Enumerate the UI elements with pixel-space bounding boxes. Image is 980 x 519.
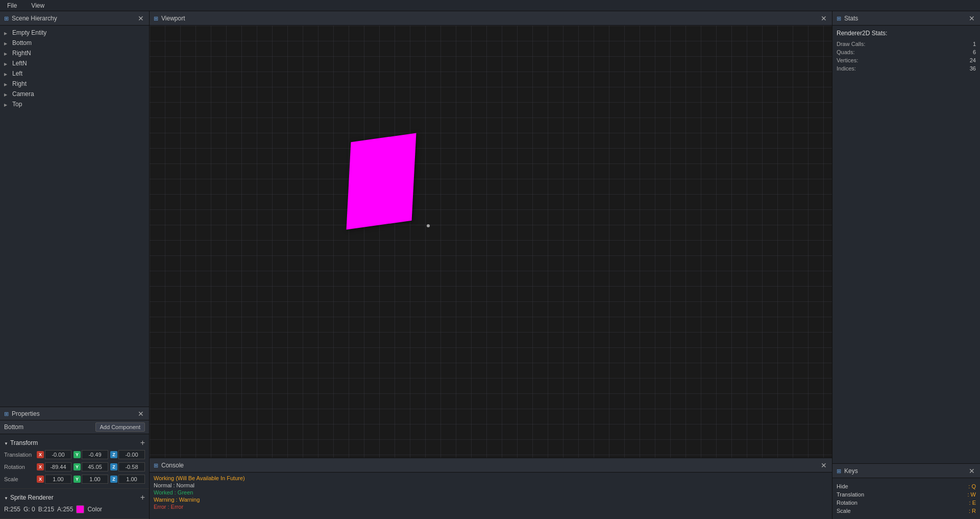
properties-entity-bar: Bottom Add Component: [0, 420, 149, 434]
hierarchy-item-top[interactable]: Top: [0, 99, 149, 109]
viewport-title-bar: Viewport: [154, 15, 185, 22]
keys-close[interactable]: ✕: [968, 467, 976, 475]
hierarchy-arrow-camera: [4, 91, 10, 97]
right-panel: Stats ✕ Renderer2D Stats: Draw Calls: 1 …: [832, 11, 980, 519]
hierarchy-label-bottom: Bottom: [12, 39, 32, 46]
stats-vertices-label: Vertices:: [837, 57, 858, 63]
transform-section: Transform + Translation X Y: [0, 434, 149, 489]
console-close[interactable]: ✕: [820, 461, 828, 469]
stats-title: Stats: [844, 15, 858, 22]
rotation-y-badge: Y: [74, 463, 81, 470]
viewport-header: Viewport ✕: [150, 11, 832, 26]
stats-close[interactable]: ✕: [968, 14, 976, 22]
hierarchy-item-right[interactable]: Right: [0, 79, 149, 89]
scene-hierarchy-panel: Scene Hierarchy ✕ Empty Entity Bottom Ri…: [0, 11, 150, 407]
console-header: Console ✕: [150, 458, 832, 473]
hierarchy-item-leftn[interactable]: LeftN: [0, 58, 149, 68]
menu-file[interactable]: File: [4, 1, 20, 10]
rotation-z-badge: Z: [110, 463, 117, 470]
keys-panel: Keys ✕ Hide : Q Translation : W Rotation…: [832, 463, 980, 519]
properties-entity-name: Bottom: [4, 423, 23, 431]
sprite-color-row: R:255 G: 0 B:215 A:255 Color: [0, 503, 149, 515]
scale-y-input[interactable]: [82, 475, 108, 484]
viewport-magenta-shape: [347, 133, 416, 229]
hierarchy-label-leftn: LeftN: [12, 60, 27, 67]
add-component-button[interactable]: Add Component: [95, 422, 145, 432]
keys-title-bar: Keys: [837, 467, 858, 475]
hierarchy-arrow-left: [4, 71, 10, 77]
transform-header[interactable]: Transform +: [0, 437, 149, 449]
keys-icon: [837, 467, 841, 475]
console-title: Console: [161, 462, 184, 469]
scale-x-field: X: [37, 475, 71, 484]
console-content: Working (Will Be Available In Future) No…: [150, 473, 832, 519]
stats-quads-row: Quads: 6: [837, 48, 976, 56]
properties-close[interactable]: ✕: [137, 410, 145, 418]
transform-add-button[interactable]: +: [140, 439, 145, 447]
stats-draw-calls-label: Draw Calls:: [837, 41, 865, 47]
scale-z-input[interactable]: [118, 475, 145, 484]
hierarchy-arrow-bottom: [4, 40, 10, 46]
keys-hide-label: Hide: [837, 483, 848, 489]
rotation-x-badge: X: [37, 463, 44, 470]
keys-scale-label: Scale: [837, 508, 851, 514]
stats-vertices-row: Vertices: 24: [837, 56, 976, 64]
translation-x-badge: X: [37, 451, 44, 458]
sprite-renderer-header-left: Sprite Renderer: [4, 494, 54, 501]
scale-row: Scale X Y Z: [0, 473, 149, 485]
sprite-renderer-header[interactable]: Sprite Renderer +: [0, 492, 149, 503]
hierarchy-item-empty-entity[interactable]: Empty Entity: [0, 28, 149, 38]
viewport-icon: [154, 15, 158, 22]
stats-vertices-value: 24: [970, 57, 976, 63]
hierarchy-arrow-leftn: [4, 61, 10, 66]
viewport-close[interactable]: ✕: [820, 14, 828, 22]
sprite-renderer-title: Sprite Renderer: [10, 494, 54, 501]
rotation-x-field: X: [37, 462, 71, 471]
hierarchy-arrow-empty-entity: [4, 30, 10, 36]
viewport-canvas[interactable]: [150, 26, 832, 458]
sprite-g-label: G: 0: [23, 506, 35, 513]
stats-quads-value: 6: [973, 49, 976, 55]
translation-label: Translation: [4, 452, 35, 458]
transform-chevron-icon: [4, 439, 8, 446]
rotation-y-input[interactable]: [82, 462, 108, 471]
scene-hierarchy-close[interactable]: ✕: [137, 14, 145, 22]
stats-title-bar: Stats: [837, 15, 858, 22]
stats-indices-row: Indices: 36: [837, 64, 976, 73]
scene-hierarchy-title-bar: Scene Hierarchy: [4, 15, 57, 22]
hierarchy-label-empty-entity: Empty Entity: [12, 29, 46, 36]
hierarchy-arrow-right: [4, 81, 10, 87]
keys-translation-row: Translation : W: [837, 490, 976, 499]
rotation-x-input[interactable]: [45, 462, 71, 471]
hierarchy-label-camera: Camera: [12, 90, 34, 98]
rotation-label: Rotation: [4, 464, 35, 470]
menu-view[interactable]: View: [28, 1, 47, 10]
translation-row: Translation X Y Z: [0, 449, 149, 461]
sprite-renderer-add-button[interactable]: +: [140, 493, 145, 502]
rotation-row: Rotation X Y Z: [0, 461, 149, 473]
console-panel: Console ✕ Working (Will Be Available In …: [150, 458, 832, 519]
scale-x-input[interactable]: [45, 475, 71, 484]
rotation-z-input[interactable]: [118, 462, 145, 471]
viewport: Viewport ✕: [150, 11, 832, 458]
hierarchy-item-rightn[interactable]: RightN: [0, 48, 149, 58]
hierarchy-item-bottom[interactable]: Bottom: [0, 38, 149, 48]
console-line-2: Worked : Green: [154, 489, 828, 496]
keys-header: Keys ✕: [832, 464, 980, 478]
sprite-r-label: R:255: [4, 506, 20, 513]
translation-y-input[interactable]: [82, 450, 108, 459]
keys-translation-label: Translation: [837, 491, 864, 498]
keys-translation-key: : W: [968, 491, 976, 498]
sprite-renderer-section: Sprite Renderer + R:255 G: 0 B:215 A:255…: [0, 489, 149, 519]
main-layout: Scene Hierarchy ✕ Empty Entity Bottom Ri…: [0, 11, 980, 519]
sprite-color-swatch[interactable]: [76, 505, 84, 513]
cursor-indicator: [427, 224, 430, 227]
stats-header: Stats ✕: [832, 11, 980, 26]
stats-indices-value: 36: [970, 65, 976, 72]
translation-x-input[interactable]: [45, 450, 71, 459]
hierarchy-item-left[interactable]: Left: [0, 68, 149, 79]
scale-x-badge: X: [37, 476, 44, 483]
translation-z-input[interactable]: [118, 450, 145, 459]
sprite-b-label: B:215: [38, 506, 54, 513]
hierarchy-item-camera[interactable]: Camera: [0, 89, 149, 99]
